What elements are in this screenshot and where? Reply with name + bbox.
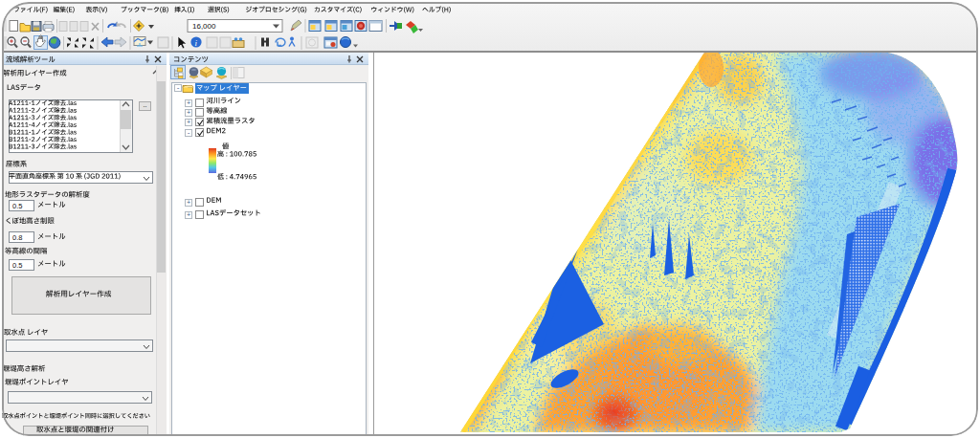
- svg-text:16,000: 16,000: [192, 22, 216, 31]
